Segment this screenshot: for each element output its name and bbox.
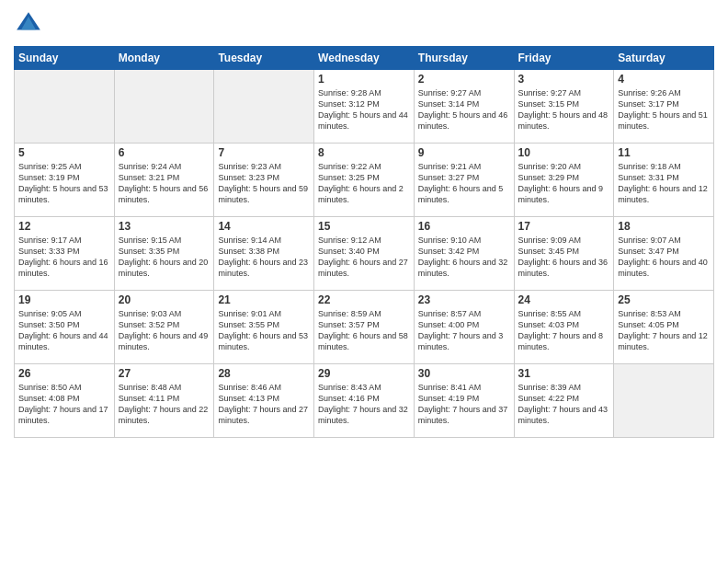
day-number: 20 (119, 293, 210, 306)
calendar-cell: 13Sunrise: 9:15 AM Sunset: 3:35 PM Dayli… (114, 217, 214, 291)
day-info: Sunrise: 9:26 AM Sunset: 3:17 PM Dayligh… (618, 87, 710, 132)
day-info: Sunrise: 8:55 AM Sunset: 4:03 PM Dayligh… (518, 308, 610, 353)
day-info: Sunrise: 8:59 AM Sunset: 3:57 PM Dayligh… (318, 308, 410, 353)
day-info: Sunrise: 9:25 AM Sunset: 3:19 PM Dayligh… (18, 161, 110, 206)
calendar-cell: 9Sunrise: 9:21 AM Sunset: 3:27 PM Daylig… (414, 144, 514, 217)
logo-icon (14, 9, 43, 39)
calendar-cell: 20Sunrise: 9:03 AM Sunset: 3:52 PM Dayli… (114, 291, 214, 364)
calendar-cell: 7Sunrise: 9:23 AM Sunset: 3:23 PM Daylig… (214, 144, 314, 217)
calendar-cell (114, 70, 214, 144)
day-info: Sunrise: 9:03 AM Sunset: 3:52 PM Dayligh… (119, 308, 210, 353)
day-number: 7 (218, 146, 310, 159)
weekday-header-friday: Friday (514, 47, 614, 70)
day-info: Sunrise: 9:18 AM Sunset: 3:31 PM Dayligh… (618, 161, 710, 206)
day-number: 16 (418, 220, 510, 233)
header (14, 9, 714, 39)
day-info: Sunrise: 9:09 AM Sunset: 3:45 PM Dayligh… (518, 235, 610, 280)
day-number: 15 (318, 220, 410, 233)
calendar-week-1: 1Sunrise: 9:28 AM Sunset: 3:12 PM Daylig… (15, 70, 714, 144)
calendar-cell: 23Sunrise: 8:57 AM Sunset: 4:00 PM Dayli… (414, 291, 514, 364)
day-info: Sunrise: 9:07 AM Sunset: 3:47 PM Dayligh… (618, 235, 710, 280)
calendar-cell: 11Sunrise: 9:18 AM Sunset: 3:31 PM Dayli… (614, 144, 714, 217)
page-container: SundayMondayTuesdayWednesdayThursdayFrid… (0, 0, 728, 447)
calendar-cell: 29Sunrise: 8:43 AM Sunset: 4:16 PM Dayli… (314, 364, 415, 438)
calendar-cell: 6Sunrise: 9:24 AM Sunset: 3:21 PM Daylig… (114, 144, 214, 217)
calendar-cell: 27Sunrise: 8:48 AM Sunset: 4:11 PM Dayli… (114, 364, 214, 438)
day-number: 10 (518, 146, 610, 159)
day-info: Sunrise: 9:21 AM Sunset: 3:27 PM Dayligh… (418, 161, 510, 206)
calendar-week-5: 26Sunrise: 8:50 AM Sunset: 4:08 PM Dayli… (15, 364, 714, 438)
day-info: Sunrise: 8:50 AM Sunset: 4:08 PM Dayligh… (18, 382, 110, 427)
day-number: 30 (418, 367, 510, 380)
calendar-cell: 31Sunrise: 8:39 AM Sunset: 4:22 PM Dayli… (514, 364, 614, 438)
day-info: Sunrise: 9:27 AM Sunset: 3:14 PM Dayligh… (418, 87, 510, 132)
day-number: 3 (518, 73, 610, 86)
day-info: Sunrise: 8:39 AM Sunset: 4:22 PM Dayligh… (518, 382, 610, 427)
day-number: 6 (119, 146, 210, 159)
weekday-header-wednesday: Wednesday (314, 47, 415, 70)
calendar-cell: 30Sunrise: 8:41 AM Sunset: 4:19 PM Dayli… (414, 364, 514, 438)
calendar-cell: 1Sunrise: 9:28 AM Sunset: 3:12 PM Daylig… (314, 70, 415, 144)
weekday-header-sunday: Sunday (15, 47, 115, 70)
day-info: Sunrise: 9:23 AM Sunset: 3:23 PM Dayligh… (218, 161, 310, 206)
day-info: Sunrise: 9:12 AM Sunset: 3:40 PM Dayligh… (318, 235, 410, 280)
calendar-cell: 12Sunrise: 9:17 AM Sunset: 3:33 PM Dayli… (15, 217, 115, 291)
logo (14, 9, 45, 39)
calendar-cell: 17Sunrise: 9:09 AM Sunset: 3:45 PM Dayli… (514, 217, 614, 291)
day-number: 11 (618, 146, 710, 159)
calendar-cell: 22Sunrise: 8:59 AM Sunset: 3:57 PM Dayli… (314, 291, 415, 364)
day-info: Sunrise: 9:24 AM Sunset: 3:21 PM Dayligh… (119, 161, 210, 206)
day-info: Sunrise: 8:48 AM Sunset: 4:11 PM Dayligh… (119, 382, 210, 427)
day-info: Sunrise: 9:17 AM Sunset: 3:33 PM Dayligh… (18, 235, 110, 280)
weekday-header-tuesday: Tuesday (214, 47, 314, 70)
day-info: Sunrise: 8:57 AM Sunset: 4:00 PM Dayligh… (418, 308, 510, 353)
calendar-week-3: 12Sunrise: 9:17 AM Sunset: 3:33 PM Dayli… (15, 217, 714, 291)
weekday-header-row: SundayMondayTuesdayWednesdayThursdayFrid… (15, 47, 714, 70)
day-number: 17 (518, 220, 610, 233)
calendar-week-2: 5Sunrise: 9:25 AM Sunset: 3:19 PM Daylig… (15, 144, 714, 217)
calendar-week-4: 19Sunrise: 9:05 AM Sunset: 3:50 PM Dayli… (15, 291, 714, 364)
calendar-table: SundayMondayTuesdayWednesdayThursdayFrid… (14, 46, 714, 438)
calendar-cell: 14Sunrise: 9:14 AM Sunset: 3:38 PM Dayli… (214, 217, 314, 291)
day-info: Sunrise: 9:05 AM Sunset: 3:50 PM Dayligh… (18, 308, 110, 353)
day-info: Sunrise: 9:15 AM Sunset: 3:35 PM Dayligh… (119, 235, 210, 280)
day-info: Sunrise: 9:28 AM Sunset: 3:12 PM Dayligh… (318, 87, 410, 132)
day-number: 21 (218, 293, 310, 306)
weekday-header-saturday: Saturday (614, 47, 714, 70)
day-number: 23 (418, 293, 510, 306)
day-number: 18 (618, 220, 710, 233)
calendar-cell (614, 364, 714, 438)
day-number: 13 (119, 220, 210, 233)
calendar-cell: 8Sunrise: 9:22 AM Sunset: 3:25 PM Daylig… (314, 144, 415, 217)
calendar-cell: 2Sunrise: 9:27 AM Sunset: 3:14 PM Daylig… (414, 70, 514, 144)
calendar-cell: 3Sunrise: 9:27 AM Sunset: 3:15 PM Daylig… (514, 70, 614, 144)
day-info: Sunrise: 8:43 AM Sunset: 4:16 PM Dayligh… (318, 382, 410, 427)
calendar-cell: 25Sunrise: 8:53 AM Sunset: 4:05 PM Dayli… (614, 291, 714, 364)
calendar-cell: 26Sunrise: 8:50 AM Sunset: 4:08 PM Dayli… (15, 364, 115, 438)
calendar-cell: 15Sunrise: 9:12 AM Sunset: 3:40 PM Dayli… (314, 217, 415, 291)
calendar-cell: 24Sunrise: 8:55 AM Sunset: 4:03 PM Dayli… (514, 291, 614, 364)
day-info: Sunrise: 9:10 AM Sunset: 3:42 PM Dayligh… (418, 235, 510, 280)
day-number: 12 (18, 220, 110, 233)
day-number: 26 (18, 367, 110, 380)
calendar-cell: 19Sunrise: 9:05 AM Sunset: 3:50 PM Dayli… (15, 291, 115, 364)
day-number: 19 (18, 293, 110, 306)
day-number: 1 (318, 73, 410, 86)
day-info: Sunrise: 8:46 AM Sunset: 4:13 PM Dayligh… (218, 382, 310, 427)
day-number: 14 (218, 220, 310, 233)
calendar-cell: 28Sunrise: 8:46 AM Sunset: 4:13 PM Dayli… (214, 364, 314, 438)
day-info: Sunrise: 9:27 AM Sunset: 3:15 PM Dayligh… (518, 87, 610, 132)
day-number: 24 (518, 293, 610, 306)
day-number: 4 (618, 73, 710, 86)
day-number: 29 (318, 367, 410, 380)
calendar-cell: 18Sunrise: 9:07 AM Sunset: 3:47 PM Dayli… (614, 217, 714, 291)
day-number: 22 (318, 293, 410, 306)
calendar-cell: 16Sunrise: 9:10 AM Sunset: 3:42 PM Dayli… (414, 217, 514, 291)
day-number: 25 (618, 293, 710, 306)
day-number: 8 (318, 146, 410, 159)
calendar-cell: 4Sunrise: 9:26 AM Sunset: 3:17 PM Daylig… (614, 70, 714, 144)
calendar-cell: 5Sunrise: 9:25 AM Sunset: 3:19 PM Daylig… (15, 144, 115, 217)
calendar-cell (214, 70, 314, 144)
weekday-header-monday: Monday (114, 47, 214, 70)
day-number: 31 (518, 367, 610, 380)
